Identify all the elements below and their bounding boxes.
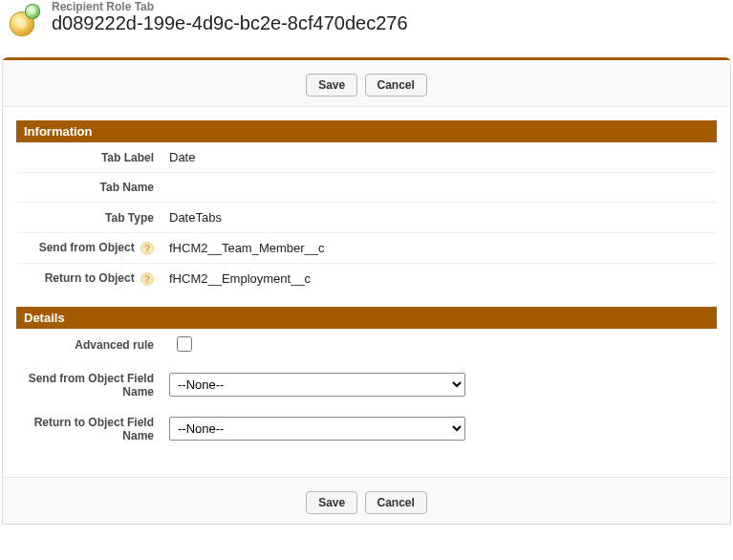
help-icon[interactable]: ?	[140, 242, 154, 255]
details-table: Advanced rule Send from Object Field Nam…	[16, 329, 717, 450]
cancel-button[interactable]: Cancel	[365, 491, 427, 514]
button-row-top: Save Cancel	[3, 60, 730, 107]
label-send-from-object: Send from Object ?	[16, 233, 160, 264]
label-tab-type: Tab Type	[16, 203, 160, 233]
section-information: Information Tab Label Date Tab Name Tab …	[16, 120, 717, 293]
row-return-to-field: Return to Object Field Name --None--	[16, 406, 717, 450]
label-tab-label: Tab Label	[16, 142, 160, 173]
cancel-button[interactable]: Cancel	[365, 74, 427, 97]
value-tab-type: DateTabs	[160, 203, 717, 233]
cell-return-to-field: --None--	[160, 406, 717, 450]
label-advanced-rule: Advanced rule	[16, 329, 160, 362]
row-advanced-rule: Advanced rule	[16, 329, 717, 362]
row-return-to-object: Return to Object ? fHCM2__Employment__c	[16, 264, 717, 294]
section-heading-information: Information	[16, 120, 717, 142]
button-row-bottom: Save Cancel	[3, 477, 730, 524]
label-send-from-field: Send from Object Field Name	[16, 362, 160, 406]
section-heading-details: Details	[16, 307, 717, 329]
page-header: Recipient Role Tab d089222d-199e-4d9c-bc…	[0, 0, 733, 40]
header-text: Recipient Role Tab d089222d-199e-4d9c-bc…	[52, 0, 408, 34]
label-return-to-object: Return to Object ?	[16, 264, 160, 294]
label-text-return-to-object: Return to Object	[45, 271, 135, 285]
row-tab-label: Tab Label Date	[16, 142, 717, 173]
advanced-rule-checkbox[interactable]	[177, 336, 192, 352]
section-details: Details Advanced rule Send from Object F…	[16, 307, 717, 467]
row-tab-name: Tab Name	[16, 173, 717, 203]
cell-send-from-field: --None--	[160, 362, 717, 406]
row-send-from-field: Send from Object Field Name --None--	[16, 362, 717, 406]
label-return-to-field: Return to Object Field Name	[16, 406, 160, 450]
value-return-to-object: fHCM2__Employment__c	[160, 264, 717, 294]
row-tab-type: Tab Type DateTabs	[16, 203, 717, 233]
page-body: Save Cancel Information Tab Label Date T…	[2, 57, 731, 525]
label-tab-name: Tab Name	[16, 173, 160, 203]
value-tab-name	[160, 173, 717, 203]
label-text-send-from-object: Send from Object	[39, 241, 135, 254]
information-table: Tab Label Date Tab Name Tab Type DateTab…	[16, 142, 717, 293]
page-title: d089222d-199e-4d9c-bc2e-8cf470dec276	[52, 11, 408, 34]
save-button[interactable]: Save	[306, 74, 357, 97]
value-tab-label: Date	[160, 142, 717, 173]
send-from-field-select[interactable]: --None--	[169, 373, 465, 397]
row-send-from-object: Send from Object ? fHCM2__Team_Member__c	[16, 233, 717, 264]
help-icon[interactable]: ?	[140, 272, 154, 286]
return-to-field-select[interactable]: --None--	[169, 417, 465, 441]
save-button[interactable]: Save	[306, 491, 357, 514]
value-send-from-object: fHCM2__Team_Member__c	[160, 233, 717, 264]
settings-gears-icon	[8, 4, 42, 38]
cell-advanced-rule	[160, 329, 717, 362]
